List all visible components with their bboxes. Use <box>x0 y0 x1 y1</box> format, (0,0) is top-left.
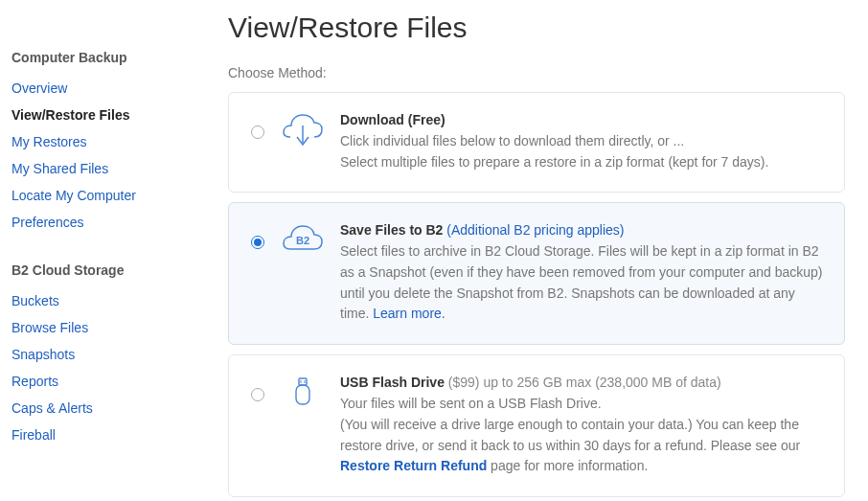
sidebar-item-my-shared-files[interactable]: My Shared Files <box>11 155 220 182</box>
sidebar-item-snapshots[interactable]: Snapshots <box>11 341 220 368</box>
method-download-line1: Click individual files below to download… <box>340 133 684 148</box>
sidebar-item-browse-files[interactable]: Browse Files <box>11 314 220 341</box>
svg-text:B2: B2 <box>296 235 309 246</box>
link-restore-return-refund[interactable]: Restore Return Refund <box>340 458 487 473</box>
method-title-b2: Save Files to B2 <box>340 222 443 238</box>
sidebar-item-view-restore-files[interactable]: View/Restore Files <box>11 102 220 128</box>
method-title-b2-pricing: (Additional B2 pricing applies) <box>443 222 624 238</box>
sidebar-item-fireball[interactable]: Fireball <box>11 421 220 448</box>
main-content: View/Restore Files Choose Method: Downlo… <box>220 0 868 501</box>
svg-rect-2 <box>296 385 309 404</box>
choose-method-label: Choose Method: <box>228 65 845 80</box>
method-card-download[interactable]: Download (Free) Click individual files b… <box>228 92 845 193</box>
sidebar-item-caps-alerts[interactable]: Caps & Alerts <box>11 395 220 421</box>
method-title-usb-extra: ($99) up to 256 GB max (238,000 MB of da… <box>445 375 721 390</box>
sidebar-item-locate-my-computer[interactable]: Locate My Computer <box>11 182 220 209</box>
radio-usb[interactable] <box>251 388 264 401</box>
radio-download[interactable] <box>251 125 264 139</box>
method-title-usb: USB Flash Drive <box>340 375 445 390</box>
usb-drive-icon <box>281 375 325 409</box>
link-b2-learn-more[interactable]: Learn more. <box>373 306 445 321</box>
method-card-b2[interactable]: B2 Save Files to B2 (Additional B2 prici… <box>228 202 845 345</box>
sidebar-header-computer-backup: Computer Backup <box>11 50 220 65</box>
method-download-line2: Select multiple files to prepare a resto… <box>340 154 768 170</box>
method-usb-line2a: (You will receive a drive large enough t… <box>340 417 800 453</box>
radio-b2[interactable] <box>251 236 264 249</box>
page-title: View/Restore Files <box>228 11 845 44</box>
method-desc-b2: Select files to archive in B2 Cloud Stor… <box>340 241 823 325</box>
method-desc-download: Click individual files below to download… <box>340 131 823 172</box>
cloud-b2-icon: B2 <box>281 222 325 253</box>
method-desc-usb: Your files will be sent on a USB Flash D… <box>340 394 823 477</box>
sidebar: Computer Backup Overview View/Restore Fi… <box>0 0 220 501</box>
cloud-download-icon <box>281 112 325 148</box>
sidebar-item-preferences[interactable]: Preferences <box>11 209 220 236</box>
sidebar-item-reports[interactable]: Reports <box>11 368 220 395</box>
method-title-download: Download (Free) <box>340 112 445 127</box>
sidebar-item-my-restores[interactable]: My Restores <box>11 128 220 155</box>
sidebar-item-buckets[interactable]: Buckets <box>11 287 220 314</box>
sidebar-item-overview[interactable]: Overview <box>11 75 220 102</box>
sidebar-header-b2-cloud-storage: B2 Cloud Storage <box>11 262 220 278</box>
method-card-usb[interactable]: USB Flash Drive ($99) up to 256 GB max (… <box>228 354 845 497</box>
method-usb-line2b: page for more information. <box>487 458 648 473</box>
svg-rect-1 <box>299 378 307 385</box>
method-usb-line1: Your files will be sent on a USB Flash D… <box>340 396 602 411</box>
